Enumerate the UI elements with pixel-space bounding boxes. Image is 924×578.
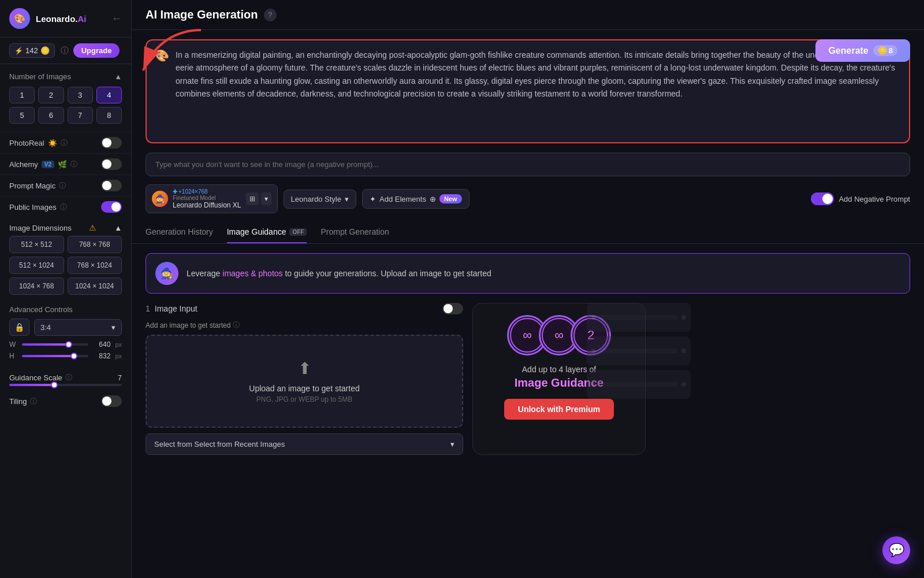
dim-768x768[interactable]: 768 × 768 bbox=[68, 236, 122, 253]
ratio-row: 🔒 3:4 ▾ bbox=[9, 318, 122, 336]
dimensions-grid: 512 × 512 768 × 768 512 × 1024 768 × 102… bbox=[0, 236, 131, 301]
dim-512x1024[interactable]: 512 × 1024 bbox=[9, 257, 64, 274]
premium-title: Add up to 4 layers of bbox=[522, 365, 596, 374]
upload-subtitle: PNG, JPG or WEBP up to 5MB bbox=[158, 395, 450, 403]
model-action-copy[interactable]: ⊞ bbox=[246, 192, 259, 205]
guidance-slider[interactable] bbox=[9, 384, 122, 386]
tab-image-guidance[interactable]: Image Guidance OFF bbox=[227, 221, 307, 243]
num-btn-4[interactable]: 4 bbox=[96, 87, 122, 103]
upgrade-button[interactable]: Upgrade bbox=[73, 43, 120, 58]
dim-512x512[interactable]: 512 × 512 bbox=[9, 236, 64, 253]
blurred-panel-1 bbox=[587, 303, 691, 332]
tiling-info-icon[interactable]: ⓘ bbox=[30, 397, 37, 406]
prompt-magic-label: Prompt Magic ⓘ bbox=[9, 181, 66, 191]
chat-bubble-button[interactable]: 💬 bbox=[882, 536, 910, 564]
num-btn-6[interactable]: 6 bbox=[38, 107, 64, 124]
tab-generation-history[interactable]: Generation History bbox=[146, 221, 213, 243]
style-button[interactable]: Leonardo Style ▾ bbox=[284, 190, 356, 209]
chat-icon: 💬 bbox=[889, 543, 904, 558]
num-images-section: Number of Images ▲ 1 2 3 4 5 6 7 8 bbox=[0, 64, 131, 132]
prompt-magic-toggle[interactable] bbox=[101, 180, 122, 191]
height-slider-row: H 832 px bbox=[9, 352, 122, 360]
collapse-sidebar-button[interactable]: ← bbox=[111, 13, 122, 25]
height-value: 832 bbox=[93, 352, 110, 360]
credits-row: ⚡ 142 🪙 ⓘ Upgrade bbox=[0, 38, 131, 64]
header-help-button[interactable]: ? bbox=[264, 9, 277, 21]
page-title: AI Image Generation bbox=[146, 8, 258, 21]
height-slider[interactable] bbox=[22, 355, 88, 357]
alchemy-toggle[interactable] bbox=[101, 158, 122, 170]
lock-button[interactable]: 🔒 bbox=[9, 318, 29, 336]
banner-link[interactable]: images & photos bbox=[222, 269, 282, 278]
guidance-info-icon[interactable]: ⓘ bbox=[65, 373, 72, 383]
chevron-up-icon: ▲ bbox=[114, 72, 122, 81]
banner-avatar: 🧙 bbox=[155, 262, 178, 285]
chevron-down-icon-style: ▾ bbox=[345, 195, 349, 203]
width-unit: px bbox=[115, 341, 122, 348]
alchemy-badge: V2 bbox=[42, 161, 54, 168]
upload-title: Upload an image to get started bbox=[158, 384, 450, 393]
public-images-info-icon[interactable]: ⓘ bbox=[60, 202, 67, 212]
prompt-text: In a mesmerizing digital painting, an en… bbox=[176, 49, 900, 101]
upload-area[interactable]: ⬆ Upload an image to get started PNG, JP… bbox=[146, 335, 463, 428]
public-images-row: Public Images ⓘ bbox=[0, 196, 131, 217]
alchemy-info-icon[interactable]: ⓘ bbox=[70, 160, 77, 169]
tabs: Generation History Image Guidance OFF Pr… bbox=[132, 221, 924, 244]
alchemy-icon: 🌿 bbox=[58, 160, 67, 169]
credits-icon-coin: 🪙 bbox=[40, 46, 50, 55]
dim-1024x768[interactable]: 1024 × 768 bbox=[9, 277, 64, 295]
public-images-toggle[interactable] bbox=[101, 201, 122, 213]
prompt-box[interactable]: 🎨 In a mesmerizing digital painting, an … bbox=[146, 39, 910, 143]
unlock-premium-button[interactable]: Unlock with Premium bbox=[504, 399, 614, 420]
credits-help-icon[interactable]: ⓘ bbox=[61, 46, 69, 56]
model-name: Leonardo Diffusion XL bbox=[173, 201, 241, 209]
width-label: W bbox=[9, 340, 17, 349]
num-btn-8[interactable]: 8 bbox=[96, 107, 122, 124]
image-input-num: 1 Image Input bbox=[146, 304, 198, 313]
negative-prompt-toggle[interactable] bbox=[811, 192, 834, 205]
dim-768x1024[interactable]: 768 × 1024 bbox=[68, 257, 122, 274]
num-images-grid: 1 2 3 4 5 6 7 8 bbox=[9, 87, 122, 124]
ratio-select[interactable]: 3:4 ▾ bbox=[34, 319, 122, 336]
toolbar: 🧙 ✚ +1024×768 Finetuned Model Leonardo D… bbox=[132, 184, 924, 221]
num-btn-5[interactable]: 5 bbox=[9, 107, 35, 124]
plus-icon: ✚ bbox=[173, 188, 177, 195]
model-actions: ⊞ ▾ bbox=[246, 192, 271, 205]
dim-1024x1024[interactable]: 1024 × 1024 bbox=[68, 277, 122, 295]
tiling-label: Tiling ⓘ bbox=[9, 397, 37, 406]
tab-prompt-generation[interactable]: Prompt Generation bbox=[321, 221, 389, 243]
photoreal-info-icon[interactable]: ⓘ bbox=[61, 138, 68, 148]
add-image-info-icon[interactable]: ⓘ bbox=[233, 320, 240, 330]
sidebar: 🎨 Leonardo.Ai ← ⚡ 142 🪙 ⓘ Upgrade Number… bbox=[0, 0, 132, 578]
logo: 🎨 Leonardo.Ai bbox=[9, 8, 87, 29]
generate-button[interactable]: Generate 🪙 8 bbox=[815, 39, 910, 62]
elements-button[interactable]: ✦ Add Elements ⊕ New bbox=[362, 189, 470, 209]
negative-prompt-toggle-row: Add Negative Prompt bbox=[811, 192, 910, 205]
model-info: ✚ +1024×768 Finetuned Model Leonardo Dif… bbox=[173, 188, 241, 209]
model-avatar: 🧙 bbox=[152, 191, 168, 207]
model-action-chevron[interactable]: ▾ bbox=[261, 192, 271, 205]
public-images-label: Public Images ⓘ bbox=[9, 202, 67, 212]
num-btn-2[interactable]: 2 bbox=[38, 87, 64, 103]
photoreal-icon: ☀️ bbox=[48, 139, 57, 147]
photoreal-toggle[interactable] bbox=[101, 137, 122, 149]
num-btn-7[interactable]: 7 bbox=[68, 107, 93, 124]
image-input-toggle[interactable] bbox=[442, 303, 463, 314]
model-label: Finetuned Model bbox=[173, 195, 241, 201]
main-header: AI Image Generation ? bbox=[132, 0, 924, 30]
generate-credits: 🪙 8 bbox=[873, 45, 897, 56]
model-selector[interactable]: 🧙 ✚ +1024×768 Finetuned Model Leonardo D… bbox=[146, 184, 278, 213]
width-slider[interactable] bbox=[22, 343, 88, 346]
negative-prompt-label: Add Negative Prompt bbox=[839, 195, 910, 203]
image-input-panel: 1 Image Input Add an image to get starte… bbox=[146, 303, 463, 455]
num-btn-1[interactable]: 1 bbox=[9, 87, 35, 103]
add-image-label: Add an image to get started ⓘ bbox=[146, 320, 463, 330]
tiling-toggle[interactable] bbox=[101, 395, 122, 407]
blurred-panel-3 bbox=[587, 370, 691, 399]
recent-images-select[interactable]: Select from Select from Recent Images ▾ bbox=[146, 433, 463, 455]
alchemy-label: Alchemy V2 🌿 ⓘ bbox=[9, 160, 77, 169]
negative-prompt-input[interactable] bbox=[146, 153, 910, 176]
num-btn-3[interactable]: 3 bbox=[68, 87, 93, 103]
prompt-magic-info-icon[interactable]: ⓘ bbox=[59, 181, 66, 191]
model-size: ✚ +1024×768 bbox=[173, 188, 241, 195]
